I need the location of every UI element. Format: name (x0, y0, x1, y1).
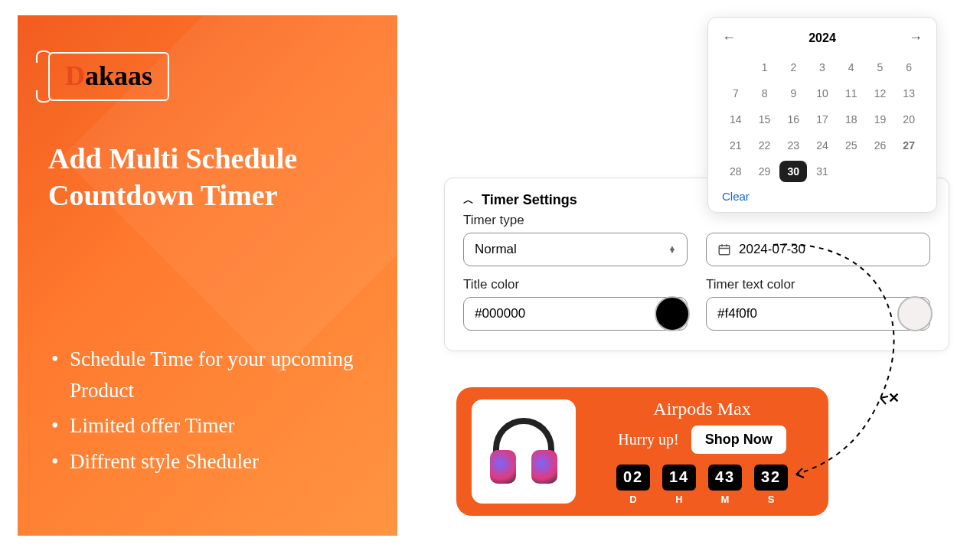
calendar-day[interactable]: 22 (751, 135, 779, 156)
calendar-icon (717, 243, 731, 256)
hurry-text: Hurry up! (618, 431, 678, 448)
countdown-timer: 02D 14H 43M 32S (591, 465, 813, 505)
calendar-day[interactable]: 31 (808, 161, 836, 182)
bullet-item: Diffrent style Sheduler (48, 446, 367, 478)
brand-accent-letter: D (65, 60, 85, 91)
calendar-day[interactable]: 25 (838, 135, 865, 156)
shop-now-button[interactable]: Shop Now (691, 425, 786, 454)
calendar-year[interactable]: 2024 (808, 31, 836, 45)
calendar-day[interactable]: 16 (779, 109, 807, 130)
feature-bullets: Schedule Time for your upcoming Product … (48, 344, 367, 477)
calendar-day[interactable]: 8 (751, 83, 779, 104)
brand-rest: akaas (85, 60, 152, 91)
calendar-next-button[interactable]: → (909, 30, 923, 46)
calendar-day[interactable]: 17 (808, 109, 836, 130)
calendar-clear-button[interactable]: Clear (722, 190, 923, 203)
calendar-day[interactable]: 18 (838, 109, 865, 130)
end-date-input[interactable]: 2024-07-30 (706, 233, 930, 266)
timer-text-color-label: Timer text color (706, 277, 930, 292)
timer-text-color-input[interactable]: #f4f0f0 (706, 297, 930, 331)
calendar-day[interactable]: 21 (722, 135, 750, 156)
page-title: Add Multi Schedule Countdown Timer (48, 141, 367, 214)
bullet-item: Schedule Time for your upcoming Product (48, 344, 367, 406)
countdown-minutes: 43 (708, 465, 742, 491)
countdown-days: 02 (616, 465, 650, 491)
calendar-day[interactable]: 23 (779, 135, 807, 156)
countdown-preview-widget: Airpods Max Hurry up! Shop Now 02D 14H 4… (456, 387, 828, 516)
product-image (472, 399, 576, 504)
section-title: Timer Settings (482, 192, 577, 208)
headphones-icon (485, 413, 562, 490)
calendar-day[interactable]: 19 (867, 109, 894, 130)
calendar-day[interactable]: 13 (895, 83, 923, 104)
calendar-day[interactable]: 10 (808, 83, 836, 104)
select-caret-icon: ▲▼ (668, 246, 676, 253)
timer-type-select[interactable]: Normal ▲▼ (463, 233, 688, 266)
calendar-day[interactable]: 11 (838, 83, 865, 104)
calendar-day[interactable]: 6 (895, 57, 923, 78)
calendar-prev-button[interactable]: ← (722, 30, 736, 46)
calendar-day[interactable]: 2 (779, 57, 807, 78)
countdown-hours: 14 (662, 465, 696, 491)
calendar-day[interactable]: 1 (751, 57, 779, 78)
color-swatch-light[interactable] (897, 296, 933, 331)
calendar-day[interactable]: 26 (867, 135, 894, 156)
timer-type-label: Timer type (463, 213, 688, 228)
calendar-day[interactable]: 7 (722, 83, 750, 104)
calendar-day[interactable]: 4 (838, 57, 865, 78)
calendar-day[interactable]: 24 (808, 135, 836, 156)
title-color-input[interactable]: #000000 (463, 297, 688, 331)
calendar-day[interactable]: 3 (808, 57, 836, 78)
svg-text:✕: ✕ (888, 390, 900, 406)
countdown-seconds: 32 (754, 465, 788, 491)
calendar-day[interactable]: 12 (867, 83, 894, 104)
svg-rect-0 (719, 246, 730, 255)
color-swatch-black[interactable] (655, 296, 690, 331)
bullet-item: Limited offer Timer (48, 410, 367, 442)
date-picker-popover: ← 2024 → 1234567891011121314151617181920… (707, 17, 937, 213)
calendar-day[interactable]: 14 (722, 109, 750, 130)
calendar-day[interactable]: 30 (779, 161, 807, 182)
calendar-day[interactable]: 29 (751, 161, 779, 182)
calendar-day[interactable]: 15 (751, 109, 779, 130)
calendar-day[interactable]: 27 (895, 135, 923, 156)
promo-left-panel: Dakaas Add Multi Schedule Countdown Time… (18, 15, 397, 536)
calendar-day[interactable]: 5 (867, 57, 894, 78)
chevron-up-icon: ︿ (463, 194, 474, 207)
title-color-label: Title color (463, 277, 688, 292)
product-name: Airpods Max (591, 399, 813, 419)
calendar-day[interactable]: 28 (722, 161, 750, 182)
calendar-day[interactable]: 20 (895, 109, 923, 130)
calendar-day[interactable]: 9 (779, 83, 807, 104)
calendar-grid: 1234567891011121314151617181920212223242… (722, 57, 923, 182)
brand-logo: Dakaas (48, 52, 169, 101)
